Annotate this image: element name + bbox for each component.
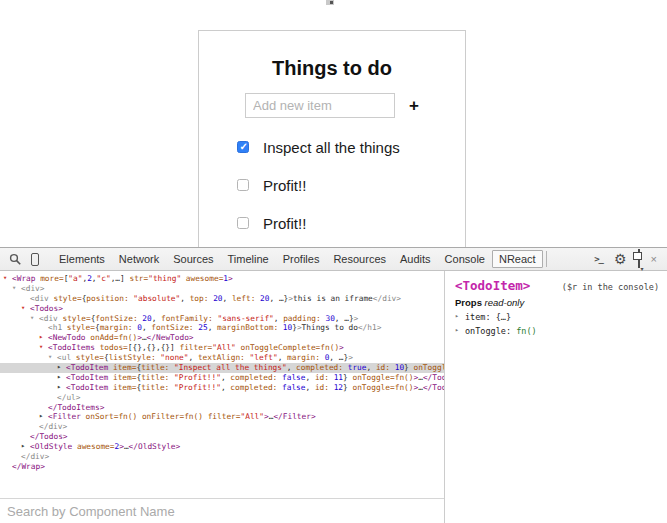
todo-checkbox[interactable]: [237, 141, 249, 153]
console-drawer-icon[interactable]: >_: [594, 254, 603, 264]
todo-row: Inspect all the things: [237, 128, 465, 166]
tab-timeline[interactable]: Timeline: [221, 250, 276, 268]
tab-profiles[interactable]: Profiles: [276, 250, 327, 268]
tab-console[interactable]: Console: [438, 250, 492, 268]
todo-label: Profit!!: [263, 177, 306, 194]
dock-caret-icon: ▾: [641, 265, 644, 272]
tree-disclosure-arrow[interactable]: ▾: [39, 343, 43, 353]
props-heading: Props read-only: [455, 297, 659, 308]
tab-sources[interactable]: Sources: [166, 250, 220, 268]
react-tree: ▾<Wrap more=["a",2,"c",…] str="thing" aw…: [0, 271, 444, 498]
todo-label: Profit!!: [263, 215, 306, 232]
tree-row[interactable]: </div>: [0, 422, 444, 432]
toolbar-right-icons: >_ ⚙ ▾ ×: [594, 250, 661, 268]
component-search-input[interactable]: [0, 504, 444, 519]
tree-row[interactable]: ▾<div style={fontSize: 20, fontFamily: "…: [0, 314, 444, 324]
tree-row[interactable]: ▾<TodoItems todos=[{},{},{}] filter="All…: [0, 343, 444, 353]
inspect-element-icon[interactable]: [6, 250, 24, 268]
tree-row[interactable]: </Wrap>: [0, 462, 444, 472]
tree-disclosure-arrow[interactable]: ▾: [30, 314, 34, 324]
tab-resources[interactable]: Resources: [326, 250, 393, 268]
devtools-panel: ElementsNetworkSourcesTimelineProfilesRe…: [0, 247, 667, 523]
tree-row[interactable]: ▾<Todos>: [0, 304, 444, 314]
settings-gear-icon[interactable]: ⚙: [614, 252, 627, 266]
todo-app-iframe: Things to do + Inspect all the thingsPro…: [198, 30, 466, 247]
tree-disclosure-arrow[interactable]: ▾: [3, 274, 7, 284]
tree-row[interactable]: </div>: [0, 452, 444, 462]
devtools-tabs: ElementsNetworkSourcesTimelineProfilesRe…: [52, 248, 543, 270]
add-item-button[interactable]: +: [409, 96, 419, 116]
tree-disclosure-arrow[interactable]: ▸: [57, 373, 61, 383]
todo-checkbox[interactable]: [237, 217, 249, 229]
tree-row[interactable]: ▸<TodoItem item={title: "Profit!!", comp…: [0, 373, 444, 383]
tree-row[interactable]: ▸<TodoItem item={title: "Inspect all the…: [0, 363, 444, 373]
props-list: ▸item: {…}▸onToggle: fn(): [455, 312, 659, 336]
toolbar-separator: [546, 251, 547, 267]
todo-row: Profit!!: [237, 166, 465, 204]
devtools-toolbar: ElementsNetworkSourcesTimelineProfilesRe…: [0, 248, 667, 271]
prop-disclosure-arrow[interactable]: ▸: [455, 312, 459, 320]
component-search-bar: [0, 498, 444, 523]
prop-row-item[interactable]: ▸item: {…}: [455, 312, 659, 322]
todo-row: Profit!!: [237, 204, 465, 242]
device-mode-icon[interactable]: [26, 250, 44, 268]
props-panel: <TodoItem> ($r in the console) Props rea…: [445, 271, 667, 523]
tab-network[interactable]: Network: [112, 250, 166, 268]
todo-label: Inspect all the things: [263, 139, 400, 156]
page-title: Things to do: [199, 57, 465, 80]
react-tree-pane: ▾<Wrap more=["a",2,"c",…] str="thing" aw…: [0, 271, 445, 523]
tree-row[interactable]: ▾<div>: [0, 284, 444, 294]
prop-key: onToggle:: [465, 326, 516, 336]
devtools-body: ▾<Wrap more=["a",2,"c",…] str="thing" aw…: [0, 271, 667, 523]
tab-audits[interactable]: Audits: [393, 250, 438, 268]
browser-page: Things to do + Inspect all the thingsPro…: [0, 0, 667, 247]
tree-row[interactable]: <div style={position: "absolute", top: 2…: [0, 294, 444, 304]
tree-row[interactable]: ▾<ul style={listStyle: "none", textAlign…: [0, 353, 444, 363]
dock-side-icon[interactable]: ▾: [638, 250, 640, 268]
tree-row[interactable]: ▸<NewTodo onAdd=fn()>…</NewTodo>: [0, 333, 444, 343]
close-icon[interactable]: ×: [651, 254, 657, 265]
add-new-item-input[interactable]: [245, 93, 395, 118]
cursor-artifact: [326, 0, 334, 5]
tree-disclosure-arrow[interactable]: ▾: [12, 284, 16, 294]
tree-row[interactable]: </ul>: [0, 393, 444, 403]
tree-disclosure-arrow[interactable]: ▸: [39, 333, 43, 343]
tree-disclosure-arrow[interactable]: ▾: [21, 304, 25, 314]
todo-list: Inspect all the thingsProfit!!Profit!!: [237, 128, 465, 242]
tree-row[interactable]: <h1 style={margin: 0, fontSize: 25, marg…: [0, 323, 444, 333]
console-hint: ($r in the console): [562, 282, 659, 292]
tree-disclosure-arrow[interactable]: ▸: [21, 442, 25, 452]
prop-key: item:: [465, 312, 496, 322]
prop-value: {…}: [496, 312, 511, 322]
tree-row[interactable]: </TodoItems>: [0, 403, 444, 413]
tab-elements[interactable]: Elements: [52, 250, 112, 268]
tab-nreact[interactable]: NReact: [492, 250, 543, 268]
tree-disclosure-arrow[interactable]: ▸: [57, 363, 61, 373]
prop-row-onToggle[interactable]: ▸onToggle: fn(): [455, 326, 659, 336]
todo-checkbox[interactable]: [237, 179, 249, 191]
tree-row[interactable]: ▾<Wrap more=["a",2,"c",…] str="thing" aw…: [0, 274, 444, 284]
screen: Things to do + Inspect all the thingsPro…: [0, 0, 667, 523]
new-todo-row: +: [199, 93, 465, 118]
tree-disclosure-arrow[interactable]: ▾: [48, 353, 52, 363]
tree-disclosure-arrow[interactable]: ▸: [57, 383, 61, 393]
prop-disclosure-arrow[interactable]: ▸: [455, 326, 459, 334]
tree-row[interactable]: ▸<OldStyle awesome=2>…</OldStyle>: [0, 442, 444, 452]
selected-component-name: <TodoItem>: [455, 278, 530, 293]
tree-row[interactable]: </Todos>: [0, 432, 444, 442]
tree-row[interactable]: ▸<TodoItem item={title: "Profit!!", comp…: [0, 383, 444, 393]
tree-row[interactable]: ▸<Filter onSort=fn() onFilter=fn() filte…: [0, 412, 444, 422]
tree-disclosure-arrow[interactable]: ▸: [39, 412, 43, 422]
prop-value: fn(): [516, 326, 536, 336]
